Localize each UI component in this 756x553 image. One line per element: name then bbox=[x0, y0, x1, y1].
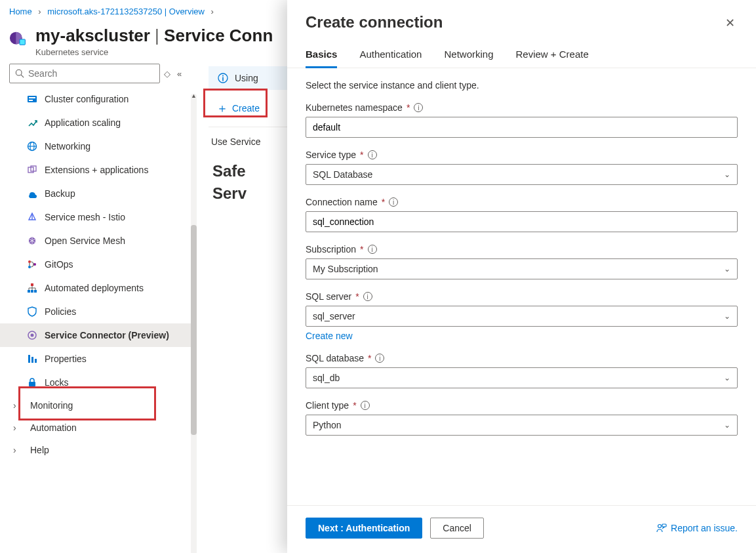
chevron-down-icon: ⌄ bbox=[724, 170, 730, 179]
page-subtitle: Kubernetes service bbox=[35, 47, 273, 57]
sidebar-item-service-connector[interactable]: Service Connector (Preview) bbox=[0, 323, 197, 347]
info-icon[interactable]: i bbox=[368, 245, 377, 254]
sidebar-group-label: Help bbox=[30, 445, 49, 455]
svg-rect-26 bbox=[29, 382, 35, 386]
namespace-input[interactable] bbox=[306, 117, 738, 138]
service-type-select[interactable]: SQL Database⌄ bbox=[306, 164, 738, 185]
namespace-label: Kubernetes namespace* i bbox=[306, 102, 738, 113]
collapse-sidebar-icon[interactable]: « bbox=[177, 69, 182, 79]
svg-rect-1 bbox=[20, 39, 25, 45]
sidebar-item-label: Open Service Mesh bbox=[45, 236, 125, 246]
scroll-up-arrow-icon[interactable]: ▲ bbox=[191, 92, 197, 99]
svg-rect-18 bbox=[28, 290, 30, 293]
svg-rect-29 bbox=[222, 77, 224, 81]
expand-collapse-icon[interactable]: ◇ bbox=[164, 69, 170, 79]
svg-line-4 bbox=[21, 75, 24, 77]
sidebar-item-extensions[interactable]: Extensions + applications bbox=[0, 158, 197, 182]
cluster-config-icon bbox=[26, 93, 38, 105]
svg-rect-7 bbox=[29, 100, 33, 101]
info-icon bbox=[218, 73, 228, 83]
create-button-label: Create bbox=[232, 103, 260, 113]
sidebar-item-label: Extensions + applications bbox=[45, 165, 148, 175]
create-new-link[interactable]: Create new bbox=[306, 331, 353, 341]
sidebar-list: Cluster configuration Application scalin… bbox=[0, 87, 197, 553]
svg-point-3 bbox=[16, 70, 22, 75]
sql-database-select[interactable]: sql_db⌄ bbox=[306, 367, 738, 388]
chevron-right-icon: › bbox=[13, 400, 22, 411]
osm-icon bbox=[26, 235, 38, 247]
sidebar-item-networking[interactable]: Networking bbox=[0, 134, 197, 158]
sidebar-item-policies[interactable]: Policies bbox=[0, 300, 197, 323]
close-icon: ✕ bbox=[725, 16, 735, 30]
breadcrumb-home[interactable]: Home bbox=[9, 7, 32, 16]
info-icon[interactable]: i bbox=[368, 150, 377, 159]
sidebar-group-label: Monitoring bbox=[30, 400, 73, 411]
client-type-label: Client type* i bbox=[306, 400, 738, 411]
search-input[interactable] bbox=[9, 64, 160, 83]
sidebar-item-label: Backup bbox=[45, 188, 75, 199]
sidebar-item-label: Networking bbox=[45, 141, 90, 152]
info-icon[interactable]: i bbox=[375, 354, 384, 363]
tab-basics[interactable]: Basics bbox=[306, 49, 337, 68]
scrollbar-thumb[interactable] bbox=[191, 225, 197, 435]
sidebar-item-gitops[interactable]: GitOps bbox=[0, 253, 197, 276]
chevron-down-icon: ⌄ bbox=[724, 373, 730, 382]
sidebar-item-backup[interactable]: Backup bbox=[0, 182, 197, 205]
backup-icon bbox=[26, 188, 38, 199]
connection-name-input[interactable] bbox=[306, 211, 738, 232]
chevron-right-icon: › bbox=[211, 7, 214, 16]
sidebar-item-properties[interactable]: Properties bbox=[0, 347, 197, 371]
next-button[interactable]: Next : Authentication bbox=[306, 518, 422, 539]
connector-icon bbox=[26, 329, 38, 341]
report-issue-link[interactable]: Report an issue. bbox=[656, 523, 738, 533]
lock-icon bbox=[26, 377, 38, 388]
sidebar-item-label: Policies bbox=[45, 306, 76, 317]
sidebar-group-monitoring[interactable]: › Monitoring bbox=[0, 394, 197, 417]
sql-server-label: SQL server* i bbox=[306, 291, 738, 302]
sidebar-item-label: Service Connector (Preview) bbox=[45, 330, 169, 340]
deployments-icon bbox=[26, 282, 38, 294]
info-icon[interactable]: i bbox=[389, 197, 398, 207]
subscription-select[interactable]: My Subscription⌄ bbox=[306, 258, 738, 279]
client-type-select[interactable]: Python⌄ bbox=[306, 415, 738, 436]
sidebar-item-label: Locks bbox=[45, 377, 69, 388]
sidebar-item-label: Application scaling bbox=[45, 117, 121, 128]
tab-authentication[interactable]: Authentication bbox=[359, 49, 422, 68]
cancel-button[interactable]: Cancel bbox=[430, 518, 484, 539]
sidebar-item-cluster-configuration[interactable]: Cluster configuration bbox=[0, 87, 197, 111]
chevron-right-icon: › bbox=[38, 7, 41, 16]
sql-server-select[interactable]: sql_server⌄ bbox=[306, 306, 738, 327]
tab-networking[interactable]: Networking bbox=[444, 49, 493, 68]
sidebar: ◇ « Cluster configuration Application sc… bbox=[0, 64, 197, 544]
sidebar-item-label: Properties bbox=[45, 354, 87, 364]
breadcrumb-resource-group[interactable]: microsoft.aks-1721132537250 | Overview bbox=[47, 7, 205, 16]
plus-icon: ＋ bbox=[216, 100, 228, 116]
info-icon[interactable]: i bbox=[414, 103, 423, 112]
search-icon bbox=[15, 69, 24, 78]
svg-point-22 bbox=[31, 334, 34, 337]
sidebar-item-automated-deployments[interactable]: Automated deployments bbox=[0, 276, 197, 300]
sidebar-item-label: Cluster configuration bbox=[45, 94, 129, 104]
sidebar-item-label: GitOps bbox=[45, 259, 73, 270]
svg-rect-17 bbox=[31, 283, 33, 286]
create-button[interactable]: ＋ Create bbox=[211, 98, 265, 119]
gitops-icon bbox=[26, 258, 38, 270]
sidebar-scrollbar[interactable]: ▲ ▼ bbox=[191, 94, 197, 553]
sidebar-group-automation[interactable]: › Automation bbox=[0, 417, 197, 439]
service-type-label: Service type* i bbox=[306, 150, 738, 160]
page-title: my-akscluster | Service Conn bbox=[35, 26, 273, 46]
sidebar-item-application-scaling[interactable]: Application scaling bbox=[0, 111, 197, 134]
svg-rect-20 bbox=[34, 290, 37, 293]
svg-rect-19 bbox=[31, 290, 33, 293]
svg-rect-24 bbox=[31, 357, 33, 363]
sidebar-item-open-service-mesh[interactable]: Open Service Mesh bbox=[0, 229, 197, 253]
tab-review-create[interactable]: Review + Create bbox=[515, 49, 588, 68]
info-icon[interactable]: i bbox=[361, 401, 370, 410]
sidebar-group-help[interactable]: › Help bbox=[0, 439, 197, 461]
connection-name-label: Connection name* i bbox=[306, 197, 738, 207]
close-button[interactable]: ✕ bbox=[723, 13, 738, 33]
info-icon[interactable]: i bbox=[363, 292, 372, 301]
networking-icon bbox=[26, 140, 38, 152]
sidebar-item-locks[interactable]: Locks bbox=[0, 371, 197, 394]
sidebar-item-service-mesh-istio[interactable]: Service mesh - Istio bbox=[0, 205, 197, 229]
